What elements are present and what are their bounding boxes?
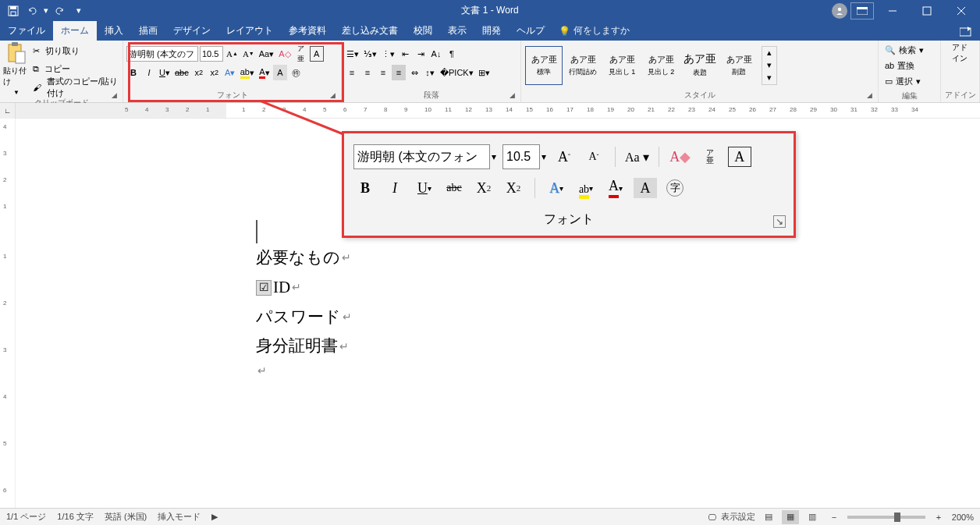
callout-italic-button[interactable]: I xyxy=(383,176,407,200)
maximize-button[interactable] xyxy=(911,0,943,21)
align-right-button[interactable]: ≡ xyxy=(376,65,390,80)
highlight-button[interactable]: ab▾ xyxy=(239,65,256,80)
text-effects-button[interactable]: A▾ xyxy=(223,65,237,80)
align-center-button[interactable]: ≡ xyxy=(360,65,375,80)
styles-scroll-down[interactable]: ▾ xyxy=(762,59,776,72)
save-button[interactable] xyxy=(5,2,22,20)
tab-home[interactable]: ホーム xyxy=(53,21,97,41)
font-dialog-launcher[interactable]: ◢ xyxy=(330,91,339,101)
multilevel-list-button[interactable]: ⋮▾ xyxy=(380,46,396,62)
change-case-button[interactable]: Aa▾ xyxy=(257,46,275,62)
callout-font-name-input[interactable] xyxy=(353,144,490,169)
format-painter-button[interactable]: 🖌 書式のコピー/貼り付け xyxy=(33,79,119,96)
justify-button[interactable]: ≡ xyxy=(392,65,406,80)
find-button[interactable]: 🔍検索 ▾ xyxy=(885,42,934,58)
distributed-button[interactable]: ⇔ xyxy=(407,65,421,80)
tab-file[interactable]: ファイル xyxy=(0,21,53,41)
select-button[interactable]: ▭選択 ▾ xyxy=(885,73,934,89)
status-display-settings[interactable]: 表示設定 xyxy=(721,511,755,523)
minimize-button[interactable] xyxy=(877,0,908,21)
numbering-button[interactable]: ⅓▾ xyxy=(362,46,378,62)
checkbox-symbol[interactable]: ☑ xyxy=(256,280,272,296)
font-color-button[interactable]: A▾ xyxy=(257,65,272,80)
tab-references[interactable]: 参考資料 xyxy=(281,21,334,41)
callout-underline-button[interactable]: U ▾ xyxy=(413,176,436,200)
callout-shrink-font-button[interactable]: Aˇ xyxy=(582,145,605,168)
status-insert-mode[interactable]: 挿入モード xyxy=(158,511,201,523)
zoom-out-button[interactable]: − xyxy=(826,510,843,524)
status-macro-icon[interactable]: ▶ xyxy=(211,512,218,522)
superscript-button[interactable]: x2 xyxy=(208,65,222,80)
enclose-characters-button[interactable]: ㊕ xyxy=(289,65,303,80)
view-read-mode[interactable]: ▤ xyxy=(760,510,777,524)
style-表題[interactable]: あア亜表題 xyxy=(681,46,719,85)
status-word-count[interactable]: 1/16 文字 xyxy=(57,511,93,523)
document-line[interactable]: 身分証明書↵ xyxy=(256,332,841,361)
callout-dialog-launcher[interactable]: ↘ xyxy=(773,215,786,228)
callout-superscript-button[interactable]: X2 xyxy=(502,176,525,200)
tab-view[interactable]: 表示 xyxy=(440,21,474,41)
shading-button[interactable]: �PICK▾ xyxy=(439,65,475,80)
cut-button[interactable]: ✂ 切り取り xyxy=(33,43,119,60)
bullets-button[interactable]: ☰▾ xyxy=(345,46,360,62)
close-button[interactable] xyxy=(946,0,977,21)
underline-button[interactable]: U▾ xyxy=(158,65,172,80)
clear-formatting-button[interactable]: A◇ xyxy=(277,46,292,62)
sort-button[interactable]: A↓ xyxy=(429,46,443,62)
show-marks-button[interactable]: ¶ xyxy=(445,46,459,62)
zoom-in-button[interactable]: + xyxy=(930,510,947,524)
callout-subscript-button[interactable]: X2 xyxy=(472,176,495,200)
tab-design[interactable]: デザイン xyxy=(165,21,218,41)
tab-insert[interactable]: 挿入 xyxy=(97,21,131,41)
status-page[interactable]: 1/1 ページ xyxy=(6,511,46,523)
vertical-ruler[interactable]: 43211234567 xyxy=(0,119,16,508)
callout-text-effects-button[interactable]: A ▾ xyxy=(545,176,568,200)
document-line[interactable]: ☑ID↵ xyxy=(256,273,841,303)
tab-layout[interactable]: レイアウト xyxy=(218,21,281,41)
bold-button[interactable]: B xyxy=(126,65,140,80)
style-標準[interactable]: あア亜標準 xyxy=(525,46,563,85)
style-行間詰め[interactable]: あア亜行間詰め xyxy=(564,46,602,85)
undo-button[interactable] xyxy=(23,2,41,20)
view-web-layout[interactable]: ▥ xyxy=(804,510,821,524)
style-見出し 1[interactable]: あア亜見出し 1 xyxy=(603,46,641,85)
user-account-icon[interactable] xyxy=(832,3,847,19)
callout-grow-font-button[interactable]: Aˆ xyxy=(552,145,576,168)
shrink-font-button[interactable]: A▼ xyxy=(241,46,256,62)
zoom-slider[interactable] xyxy=(847,516,925,519)
tab-mailings[interactable]: 差し込み文書 xyxy=(334,21,406,41)
horizontal-ruler[interactable]: 5432112345678910111213141516171819202122… xyxy=(16,103,980,118)
callout-highlight-button[interactable]: ab ▾ xyxy=(574,176,598,200)
tab-selector[interactable]: ∟ xyxy=(0,103,16,119)
strikethrough-button[interactable]: abc xyxy=(173,65,190,80)
font-size-input[interactable] xyxy=(200,46,223,62)
document-line[interactable]: パスワード↵ xyxy=(256,303,841,332)
document-line[interactable]: 必要なもの↵ xyxy=(256,243,841,273)
phonetic-guide-button[interactable]: ア亜 xyxy=(294,46,308,62)
qat-customize[interactable]: ▾ xyxy=(70,2,87,20)
font-name-input[interactable] xyxy=(126,46,198,62)
styles-more-button[interactable]: ▾ xyxy=(762,72,776,84)
callout-character-border-button[interactable]: A xyxy=(728,147,751,167)
callout-strikethrough-button[interactable]: abc xyxy=(442,176,466,200)
callout-enclose-characters-button[interactable]: 字 xyxy=(663,176,687,200)
subscript-button[interactable]: x2 xyxy=(192,65,206,80)
addins-button[interactable]: アド イン xyxy=(944,42,975,64)
callout-font-size-input[interactable] xyxy=(502,144,540,169)
redo-button[interactable] xyxy=(51,2,69,20)
clipboard-dialog-launcher[interactable]: ◢ xyxy=(112,91,121,101)
tab-help[interactable]: ヘルプ xyxy=(509,21,552,41)
share-button[interactable] xyxy=(952,21,980,41)
character-border-button[interactable]: A xyxy=(310,46,324,62)
replace-button[interactable]: ab置換 xyxy=(885,58,934,73)
styles-scroll-up[interactable]: ▴ xyxy=(762,47,776,59)
paragraph-dialog-launcher[interactable]: ◢ xyxy=(510,91,519,101)
callout-phonetic-guide-button[interactable]: ア亜 xyxy=(698,145,722,168)
tab-review[interactable]: 校閲 xyxy=(406,21,440,41)
ribbon-display-options[interactable] xyxy=(850,2,874,20)
borders-button[interactable]: ⊞▾ xyxy=(477,65,492,80)
align-left-button[interactable]: ≡ xyxy=(345,65,359,80)
view-print-layout[interactable]: ▦ xyxy=(782,510,799,524)
line-spacing-button[interactable]: ↕▾ xyxy=(423,65,437,80)
tab-developer[interactable]: 開発 xyxy=(474,21,509,41)
